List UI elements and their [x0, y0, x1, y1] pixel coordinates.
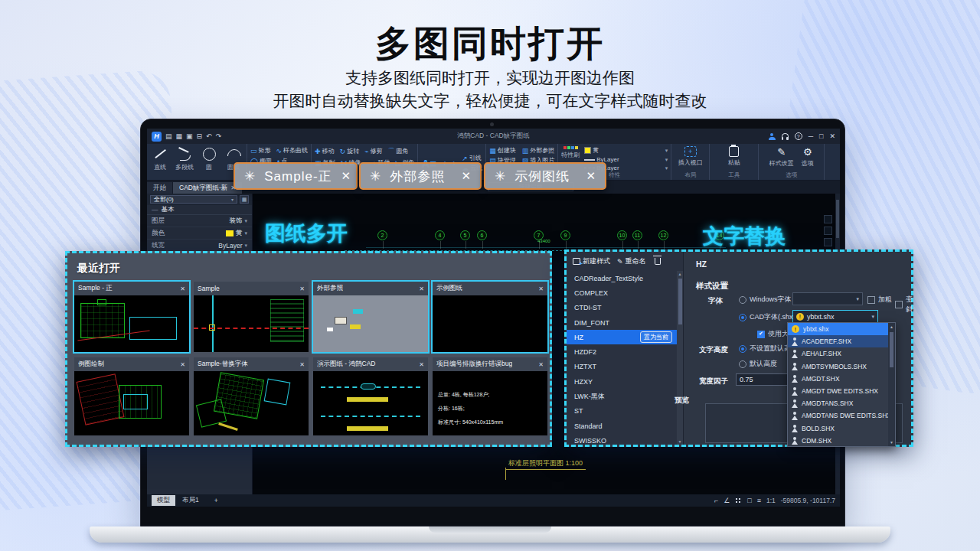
paste-label[interactable]: 粘贴 [728, 158, 740, 167]
delete-style-icon[interactable] [655, 258, 661, 265]
scale-indicator[interactable]: 1:1 [766, 497, 776, 504]
minimize-button[interactable]: ─ [808, 132, 813, 140]
support-headset-icon[interactable] [782, 133, 789, 139]
italic-checkbox[interactable]: 变斜 [895, 295, 913, 315]
document-tab[interactable]: 开始 [147, 182, 172, 194]
close-window-button[interactable]: ✕ [829, 132, 835, 140]
style-list-scrollbar[interactable]: ▲ ▼ [677, 271, 683, 445]
recent-file-thumbnail[interactable]: 外部参照 ✕ [313, 282, 428, 352]
style-settings-icon[interactable]: ✎ [777, 146, 786, 158]
property-row[interactable]: 线宽 ByLayer▾ [147, 240, 252, 252]
ribbon-button[interactable]: ⌒圆角 [388, 146, 409, 156]
open-file-icon[interactable]: ▦ [176, 133, 183, 140]
ribbon-button[interactable]: ▭矩形 [250, 146, 271, 155]
scroll-up-icon[interactable]: ▲ [677, 272, 683, 276]
draw-tool-button[interactable]: 圆 [199, 146, 219, 171]
ribbon-button[interactable]: ⌁修剪 [364, 146, 382, 156]
style-list-item[interactable]: COMPLEX [567, 285, 677, 300]
bold-checkbox[interactable]: 加粗 [867, 295, 892, 305]
style-list-item[interactable]: DIM_FONT [567, 315, 677, 330]
ribbon-button[interactable]: ∿样条曲线 [276, 146, 309, 155]
windows-font-radio[interactable]: Windows字体 [739, 295, 792, 305]
app-logo[interactable]: H [152, 132, 162, 142]
draw-tool-button[interactable]: 多段线 [175, 146, 194, 171]
layout-tab[interactable]: 模型 [152, 495, 175, 506]
scroll-down-icon[interactable]: ▼ [677, 439, 683, 444]
style-list-item[interactable]: CADReader_TextStyle [567, 271, 677, 285]
close-icon[interactable]: ✕ [419, 361, 424, 368]
scroll-down-icon[interactable]: ▼ [888, 440, 895, 445]
grid-snap-icon[interactable] [735, 497, 742, 504]
insert-viewport-label[interactable]: 插入视口 [678, 158, 703, 167]
close-icon[interactable]: ✕ [538, 285, 544, 292]
font-dropdown-item[interactable]: AEHALF.SHX [788, 347, 888, 360]
close-icon[interactable]: ✕ [299, 361, 305, 368]
recent-file-thumbnail[interactable]: Sample ✕ [194, 282, 309, 352]
color-selector[interactable]: 黄▾ [584, 146, 668, 155]
polar-tracking-icon[interactable]: ∠ [724, 497, 730, 504]
nav-tool-square-2[interactable] [824, 227, 832, 235]
properties-settings-icon[interactable]: ▦ [240, 195, 249, 204]
font-dropdown-item[interactable]: AMGDTANS DWE EDITS.SHX [788, 409, 888, 422]
nav-tool-square-3[interactable] [824, 238, 832, 246]
layout-tab[interactable]: 布局1 [177, 495, 204, 506]
property-brush-icon[interactable] [564, 146, 578, 149]
properties-filter-dropdown[interactable]: 全部(0)▾ [150, 195, 237, 204]
cad-font-radio[interactable]: CAD字体(.shx) [739, 312, 795, 322]
font-dropdown-item[interactable]: AMGDTANS.SHX [788, 397, 888, 409]
nav-tool-square-1[interactable] [824, 215, 832, 223]
default-height-radio[interactable]: 默认高度 [739, 359, 777, 369]
recent-file-thumbnail[interactable]: Sample-替换字体 ✕ [194, 357, 309, 435]
draw-tool-button[interactable]: 直线 [150, 146, 170, 171]
style-list-item[interactable]: HZDF2 [567, 344, 677, 359]
close-icon[interactable]: ✕ [419, 285, 424, 292]
properties-section-header[interactable]: —基本 [147, 205, 252, 215]
open-tab-callout-sample[interactable]: ✳ Sample-正 ✕ [234, 162, 358, 190]
style-list-item[interactable]: HZ 置为当前 [567, 330, 677, 344]
close-tab-icon[interactable]: ✕ [341, 169, 351, 183]
ribbon-button[interactable]: ▦创建块 [489, 146, 516, 155]
recent-file-thumbnail[interactable]: 演示图纸 - 鸿鹄CAD ✕ [313, 357, 428, 435]
user-account-icon[interactable] [769, 133, 776, 140]
windows-font-dropdown[interactable]: ▾ [792, 292, 863, 305]
paste-icon[interactable] [729, 146, 739, 157]
close-tab-icon[interactable]: ✕ [586, 169, 596, 183]
style-list-item[interactable]: ST [567, 404, 677, 419]
font-dropdown-item[interactable]: ACADEREF.SHX [788, 335, 888, 347]
options-label[interactable]: 选项 [802, 159, 814, 168]
dropdown-scrollbar[interactable]: ▲ ▼ [888, 323, 895, 446]
font-dropdown-item[interactable]: CDM.SHX [788, 435, 888, 447]
ribbon-button[interactable]: ↗引线 [462, 154, 482, 162]
object-snap-icon[interactable]: □ [747, 497, 751, 504]
style-list-item[interactable]: HZXY [567, 374, 677, 389]
property-row[interactable]: 图层 装饰▾ [147, 215, 252, 227]
property-brush-label[interactable]: 特性刷 [561, 151, 580, 159]
recent-file-thumbnail[interactable]: 项目编号排版换行错误bug ✕ 总量: 4栋, 每栋128户; 分栋: 16栋;… [433, 357, 547, 435]
help-icon[interactable]: ? [795, 132, 802, 140]
style-list-item[interactable]: CTDI-ST [567, 301, 677, 315]
save-file-icon[interactable]: ▣ [186, 133, 193, 140]
add-layout-button[interactable]: + [209, 496, 224, 505]
style-list-item[interactable]: LWK-黑体 [567, 389, 677, 403]
close-icon[interactable]: ✕ [299, 285, 305, 292]
insert-viewport-icon[interactable]: + [684, 146, 697, 157]
ortho-mode-icon[interactable]: ⌐ [714, 497, 718, 504]
print-icon[interactable]: ⊟ [197, 133, 203, 140]
set-current-button[interactable]: 置为当前 [640, 331, 672, 343]
recent-file-thumbnail[interactable]: 示例图纸 ✕ [433, 282, 547, 352]
recent-file-thumbnail[interactable]: 例图绘制 ✕ [74, 357, 189, 435]
font-dropdown-item[interactable]: AMGDT DWE EDITS.SHX [788, 385, 888, 397]
ribbon-button[interactable]: ↻旋转 [340, 146, 360, 156]
style-list-item[interactable]: Standard [567, 419, 677, 433]
ribbon-button[interactable]: ✚移动 [315, 146, 335, 156]
undo-icon[interactable]: ↶ [206, 133, 212, 140]
rename-style-button[interactable]: ✎重命名 [617, 256, 646, 266]
cad-font-dropdown[interactable]: ! ybtxt.shx ▾ [792, 310, 878, 323]
style-list-item[interactable]: HZTXT [567, 360, 677, 374]
recent-file-thumbnail[interactable]: Sample - 正 ✕ [74, 282, 189, 352]
close-icon[interactable]: ✕ [538, 361, 544, 368]
close-tab-icon[interactable]: ✕ [461, 169, 471, 183]
font-dropdown-item[interactable]: AMDTSYMBOLS.SHX [788, 360, 888, 373]
lineweight-display-icon[interactable]: ≡ [757, 497, 761, 504]
open-tab-callout-xref[interactable]: ✳ 外部参照 ✕ [359, 162, 482, 190]
